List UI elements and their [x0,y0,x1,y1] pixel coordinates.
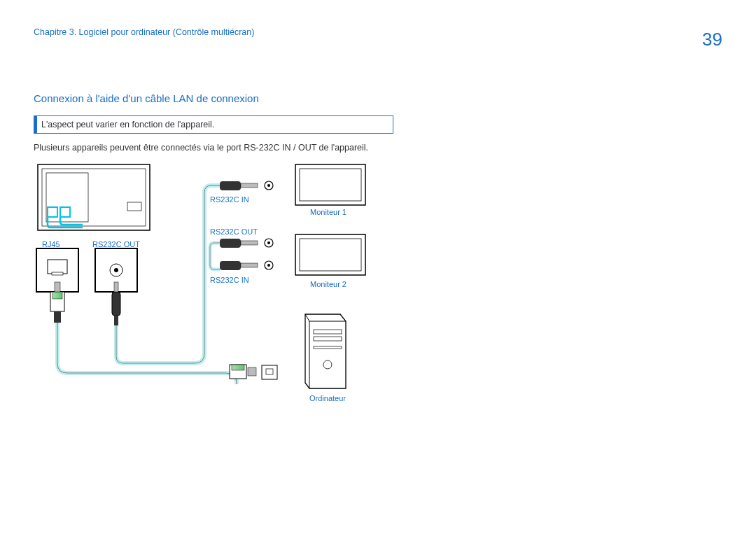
computer-tower-icon [305,314,346,388]
svg-rect-17 [114,282,118,292]
note-text: L'aspect peut varier en fonction de l'ap… [41,119,214,132]
svg-rect-18 [114,316,118,325]
body-text: Plusieurs appareils peuvent être connect… [34,142,722,155]
svg-rect-14 [55,282,60,292]
note-callout: L'aspect peut varier en fonction de l'ap… [34,115,393,134]
connection-diagram: RJ45 RS232C OUT RS232C IN RS232C OUT RS2… [34,162,426,421]
svg-rect-20 [241,183,258,188]
svg-rect-40 [232,365,244,370]
svg-rect-41 [248,367,256,376]
svg-rect-8 [52,272,63,275]
svg-rect-3 [127,202,141,211]
svg-rect-32 [300,169,361,201]
svg-point-30 [267,264,270,267]
serial-jack-3-icon [220,261,273,270]
svg-rect-19 [220,181,241,190]
chapter-title: Chapitre 3. Logiciel pour ordinateur (Co… [34,27,254,39]
monitor-2-icon [295,234,365,275]
svg-rect-43 [266,369,273,374]
document-page: Chapitre 3. Logiciel pour ordinateur (Co… [0,0,756,534]
diagram-svg [34,162,426,421]
svg-rect-2 [46,173,88,222]
serial-jack-2-icon [220,239,273,248]
serial-jack-1-icon [220,181,273,190]
svg-rect-37 [314,346,342,349]
device-back-panel-icon [38,164,150,230]
svg-rect-15 [54,311,61,323]
svg-point-11 [114,268,118,272]
rj45-plug-computer-icon [230,365,277,379]
section-title: Connexion à l'aide d'un câble LAN de con… [34,91,722,106]
svg-rect-28 [241,263,258,267]
page-number: 39 [702,27,722,52]
svg-rect-16 [112,292,120,316]
svg-rect-13 [52,292,62,299]
svg-point-38 [323,360,332,369]
svg-rect-7 [48,260,67,274]
page-header: Chapitre 3. Logiciel pour ordinateur (Co… [34,27,722,52]
svg-point-26 [267,241,270,244]
svg-rect-24 [241,241,258,245]
svg-rect-36 [314,337,342,341]
svg-point-22 [267,184,270,187]
svg-rect-35 [314,330,342,334]
monitor-1-icon [295,164,365,205]
svg-rect-34 [300,239,361,271]
svg-rect-27 [220,261,241,270]
svg-rect-23 [220,239,241,248]
